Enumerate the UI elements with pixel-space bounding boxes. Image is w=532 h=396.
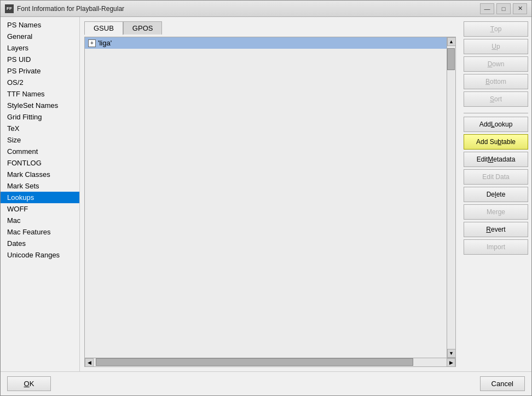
down-button[interactable]: Down [464,56,528,72]
scroll-track-h[interactable] [94,358,447,366]
sidebar-item-layers[interactable]: Layers [1,42,79,54]
minimize-button[interactable]: — [480,3,494,14]
scroll-right-arrow[interactable]: ▶ [447,358,455,367]
merge-button[interactable]: Merge [464,204,528,220]
scroll-up-arrow[interactable]: ▲ [447,37,456,46]
sidebar-item-mac[interactable]: Mac [1,215,79,226]
main-window: FF Font Information for Playball-Regular… [0,0,532,396]
scroll-thumb-h[interactable] [96,358,413,366]
sidebar-item-general[interactable]: General [1,31,79,42]
sort-button[interactable]: Sort [464,91,528,107]
import-button[interactable]: Import [464,239,528,255]
tab-bar: GSUB GPOS [84,21,456,35]
add-subtable-button[interactable]: Add Subtable [464,134,528,150]
sidebar-item-ttf-names[interactable]: TTF Names [1,88,79,100]
sidebar-item-mark-sets[interactable]: Mark Sets [1,180,79,192]
sidebar-item-tex[interactable]: TeX [1,123,79,134]
bottom-button[interactable]: Bottom [464,74,528,89]
content-area: + 'liga' ▲ ▼ ◀ [84,37,456,367]
close-button[interactable]: ✕ [513,3,527,14]
cancel-button[interactable]: Cancel [480,376,525,391]
sidebar-item-ps-private[interactable]: PS Private [1,65,79,77]
list-item-liga[interactable]: + 'liga' [85,37,447,49]
edit-data-button[interactable]: Edit Data [464,169,528,185]
sidebar-item-mac-features[interactable]: Mac Features [1,226,79,238]
bottom-bar: OK Cancel [1,371,531,395]
delete-button[interactable]: Delete [464,187,528,202]
title-bar: FF Font Information for Playball-Regular… [1,1,531,17]
tab-gpos[interactable]: GPOS [123,21,163,35]
sidebar-item-comment[interactable]: Comment [1,146,79,157]
scroll-down-arrow[interactable]: ▼ [447,349,456,358]
list-with-scroll: + 'liga' ▲ ▼ [85,37,455,358]
right-panel: Top Up Down Bottom Sort Add Lookup Add S… [460,17,531,371]
top-button[interactable]: Top [464,21,528,37]
sidebar: PS Names General Layers PS UID PS Privat… [1,17,80,371]
up-button[interactable]: Up [464,39,528,54]
sidebar-item-lookups[interactable]: Lookups [1,192,79,203]
horizontal-scrollbar: ◀ ▶ [85,358,455,366]
sidebar-item-os2[interactable]: OS/2 [1,77,79,88]
app-icon: FF [5,4,14,13]
sidebar-item-fontlog[interactable]: FONTLOG [1,157,79,169]
tab-gsub[interactable]: GSUB [84,21,123,35]
title-controls: — □ ✕ [480,3,527,14]
separator-1 [464,109,528,113]
list-area: + 'liga' [85,37,447,358]
sidebar-item-ps-names[interactable]: PS Names [1,19,79,31]
sidebar-item-mark-classes[interactable]: Mark Classes [1,169,79,180]
main-content: GSUB GPOS + 'liga' ▲ [80,17,460,371]
add-lookup-button[interactable]: Add Lookup [464,117,528,132]
scroll-track-v[interactable] [447,46,455,349]
window-body: PS Names General Layers PS UID PS Privat… [1,17,531,371]
expand-icon[interactable]: + [88,39,96,47]
vertical-scrollbar: ▲ ▼ [447,37,455,358]
revert-button[interactable]: Revert [464,222,528,237]
scroll-left-arrow[interactable]: ◀ [85,358,94,367]
title-bar-left: FF Font Information for Playball-Regular [5,4,124,13]
sidebar-item-grid-fitting[interactable]: Grid Fitting [1,111,79,123]
sidebar-item-woff[interactable]: WOFF [1,203,79,215]
item-label-liga: 'liga' [98,39,112,47]
sidebar-item-styleset-names[interactable]: StyleSet Names [1,100,79,111]
maximize-button[interactable]: □ [496,3,511,14]
sidebar-item-unicode-ranges[interactable]: Unicode Ranges [1,249,79,261]
ok-button[interactable]: OK [7,376,51,391]
edit-metadata-button[interactable]: Edit Metadata [464,152,528,167]
window-title: Font Information for Playball-Regular [17,5,124,13]
sidebar-item-dates[interactable]: Dates [1,238,79,249]
scroll-thumb-v[interactable] [447,48,455,70]
sidebar-item-ps-uid[interactable]: PS UID [1,54,79,65]
sidebar-item-size[interactable]: Size [1,134,79,146]
